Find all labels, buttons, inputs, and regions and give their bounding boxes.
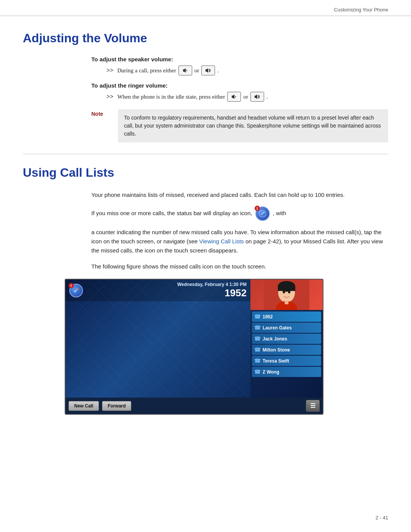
volume-down-svg bbox=[182, 67, 188, 73]
section1-title: Adjusting the Volume bbox=[23, 31, 388, 45]
svg-marker-2 bbox=[232, 94, 234, 99]
call-list-item[interactable]: ☎ Teresa Swift bbox=[252, 356, 321, 366]
call-list-item[interactable]: ☎ 1952 bbox=[252, 312, 321, 322]
volume-up-button-icon bbox=[201, 66, 215, 75]
call-item-label-5: Teresa Swift bbox=[263, 358, 289, 364]
ringer-heading: To adjust the ringer volume: bbox=[91, 82, 388, 89]
phone-date-text: Wednesday, February 4 1:30 PM bbox=[177, 282, 247, 287]
call-item-label-4: Milton Stone bbox=[263, 347, 290, 353]
svg-marker-3 bbox=[255, 94, 257, 99]
phone-missed-badge: 1 bbox=[68, 283, 74, 288]
call-icon-6: ☎ bbox=[254, 369, 261, 375]
call-icon-4: ☎ bbox=[254, 347, 261, 353]
missed-badge-number: 1 bbox=[255, 206, 260, 211]
ringer-down-svg bbox=[231, 94, 237, 100]
svg-rect-11 bbox=[278, 286, 295, 291]
missed-calls-inline-icon: 1 bbox=[255, 206, 270, 221]
call-list-item[interactable]: ☎ Lauren Gates bbox=[252, 323, 321, 333]
call-icon-5: ☎ bbox=[254, 358, 261, 364]
page: Customizing Your Phone Adjusting the Vol… bbox=[0, 0, 411, 532]
para2: If you miss one or more calls, the statu… bbox=[91, 206, 388, 221]
call-list-item[interactable]: ☎ Milton Stone bbox=[252, 345, 321, 355]
phone-screen-mockup: 1 Wednesday, February 4 1:30 PM 1952 bbox=[65, 279, 323, 415]
note-box: Note To conform to regulatory requiremen… bbox=[91, 109, 388, 142]
speaker-or-text: or bbox=[194, 67, 199, 74]
call-item-label-3: Jack Jones bbox=[263, 336, 287, 342]
call-item-label-1: 1952 bbox=[263, 314, 273, 320]
avatar-svg bbox=[264, 280, 309, 310]
phone-topbar: 1 Wednesday, February 4 1:30 PM 1952 bbox=[65, 280, 250, 301]
call-icon-1: ☎ bbox=[254, 313, 261, 320]
main-content: Adjusting the Volume To adjust the speak… bbox=[0, 16, 411, 430]
call-icon-3: ☎ bbox=[254, 335, 261, 342]
svg-marker-1 bbox=[206, 68, 208, 73]
header-label: Customizing Your Phone bbox=[334, 7, 388, 13]
forward-button[interactable]: Forward bbox=[102, 401, 131, 411]
phone-number-display: 1952 bbox=[177, 287, 247, 299]
svg-marker-0 bbox=[183, 68, 186, 73]
phone-datetime-display: Wednesday, February 4 1:30 PM 1952 bbox=[177, 282, 247, 299]
phone-right-panel: ☎ 1952 ☎ Lauren Gates ☎ Jack Jones ☎ bbox=[250, 280, 323, 398]
call-list-item[interactable]: ☎ Z Wong bbox=[252, 367, 321, 377]
note-content: To conform to regulatory requirements, h… bbox=[118, 109, 388, 142]
section2-title: Using Call Lists bbox=[23, 166, 388, 180]
phone-left-panel: 1 Wednesday, February 4 1:30 PM 1952 bbox=[65, 280, 250, 398]
section1-body: To adjust the speaker volume: >> During … bbox=[91, 56, 388, 142]
call-item-label-6: Z Wong bbox=[263, 369, 279, 375]
menu-button[interactable]: ☰ bbox=[306, 400, 320, 412]
para4: The following figure shows the missed ca… bbox=[91, 262, 388, 271]
phone-avatar bbox=[250, 280, 323, 310]
speaker-instruction-line: >> During a call, press either or bbox=[107, 66, 388, 75]
svg-point-12 bbox=[283, 291, 285, 294]
call-list: ☎ 1952 ☎ Lauren Gates ☎ Jack Jones ☎ bbox=[250, 310, 323, 379]
chevron-icon: >> bbox=[107, 67, 113, 74]
call-list-item[interactable]: ☎ Jack Jones bbox=[252, 334, 321, 344]
phone-screen-inner: 1 Wednesday, February 4 1:30 PM 1952 bbox=[65, 280, 323, 398]
ringer-instruction-text: When the phone is in the idle state, pre… bbox=[117, 94, 225, 100]
para2-pre: If you miss one or more calls, the statu… bbox=[91, 210, 252, 216]
page-header: Customizing Your Phone bbox=[0, 0, 411, 16]
call-icon-2: ☎ bbox=[254, 324, 261, 331]
missed-icon-svg bbox=[259, 210, 266, 217]
chevron-icon-2: >> bbox=[107, 93, 113, 100]
call-item-label-2: Lauren Gates bbox=[263, 325, 292, 331]
viewing-call-lists-link[interactable]: Viewing Call Lists bbox=[199, 238, 244, 244]
speaker-instruction-text: During a call, press either bbox=[117, 67, 176, 74]
svg-point-13 bbox=[288, 291, 290, 294]
para2-post: , with bbox=[273, 210, 286, 216]
page-number: 2 - 41 bbox=[376, 515, 388, 521]
volume-up-svg bbox=[205, 67, 212, 73]
ringer-period: . bbox=[266, 94, 268, 100]
phone-bottombar: New Call Forward ☰ bbox=[65, 398, 323, 414]
section-divider bbox=[23, 154, 388, 154]
speaker-period: . bbox=[217, 67, 219, 74]
para3: a counter indicating the number of new m… bbox=[91, 228, 388, 255]
ringer-up-button-icon bbox=[250, 92, 264, 102]
ringer-up-svg bbox=[254, 94, 261, 100]
volume-down-button-icon bbox=[178, 66, 192, 75]
para1: Your phone maintains lists of missed, re… bbox=[91, 190, 388, 200]
ringer-or-text: or bbox=[243, 94, 248, 100]
new-call-button[interactable]: New Call bbox=[68, 401, 99, 411]
ringer-instruction-line: >> When the phone is in the idle state, … bbox=[107, 92, 388, 102]
speaker-heading: To adjust the speaker volume: bbox=[91, 56, 388, 62]
ringer-down-button-icon bbox=[227, 92, 241, 102]
phone-missed-svg bbox=[72, 287, 80, 294]
phone-missed-icon[interactable]: 1 bbox=[69, 284, 83, 297]
svg-rect-15 bbox=[285, 300, 288, 304]
note-label: Note bbox=[91, 109, 110, 117]
